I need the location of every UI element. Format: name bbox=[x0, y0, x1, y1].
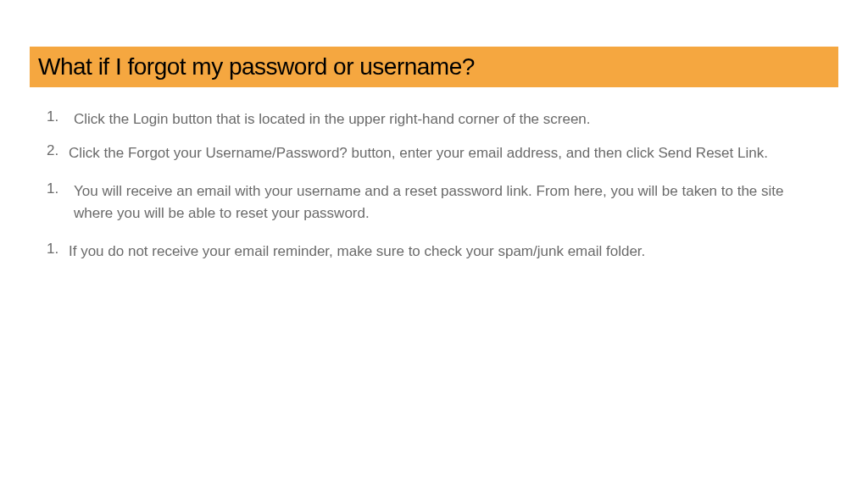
list-item: 1. If you do not receive your email remi… bbox=[47, 241, 821, 263]
step-number: 2. bbox=[47, 142, 69, 159]
step-text: If you do not receive your email reminde… bbox=[69, 241, 821, 263]
step-text: Click the Forgot your Username/Password?… bbox=[69, 142, 821, 164]
title-bar: What if I forgot my password or username… bbox=[30, 47, 838, 87]
list-item: 2. Click the Forgot your Username/Passwo… bbox=[47, 142, 821, 164]
step-number: 1. bbox=[47, 180, 69, 197]
content-area: 1. Click the Login button that is locate… bbox=[47, 108, 821, 263]
step-number: 1. bbox=[47, 108, 69, 125]
step-text: You will receive an email with your user… bbox=[69, 180, 821, 224]
step-number: 1. bbox=[47, 241, 69, 258]
step-text: Click the Login button that is located i… bbox=[69, 108, 821, 130]
list-item: 1. You will receive an email with your u… bbox=[47, 180, 821, 224]
list-item: 1. Click the Login button that is locate… bbox=[47, 108, 821, 130]
page-title: What if I forgot my password or username… bbox=[38, 53, 830, 80]
